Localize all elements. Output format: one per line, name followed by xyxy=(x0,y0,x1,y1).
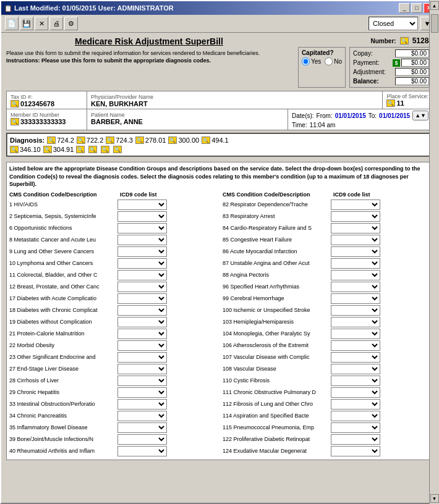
condition-select-right-1[interactable] xyxy=(331,211,380,222)
diag-icon-8: 🔍 xyxy=(76,146,85,153)
condition-select-left-21[interactable] xyxy=(117,446,167,456)
delete-button[interactable]: ✕ xyxy=(35,17,48,30)
condition-select-right-3[interactable] xyxy=(331,235,380,245)
condition-select-left-10[interactable] xyxy=(117,317,167,327)
condition-select-left-4[interactable] xyxy=(117,246,167,257)
condition-label-left-10: 19 Diabetes without Complication xyxy=(9,319,117,325)
member-id-value: 333333333333 xyxy=(20,118,66,125)
time-row: Time: 11:04 am xyxy=(292,122,428,128)
payment-row: Payment: $ $0.00 xyxy=(353,59,429,67)
condition-select-right-0[interactable] xyxy=(331,200,380,210)
condition-select-left-2[interactable] xyxy=(117,223,167,233)
number-icon: 🔍 xyxy=(400,37,409,44)
condition-select-right-15[interactable] xyxy=(331,376,380,386)
new-button[interactable]: 📄 xyxy=(5,17,19,30)
condition-row-left-0: 1 HIV/AIDS xyxy=(9,200,216,210)
condition-select-right-18[interactable] xyxy=(331,411,380,421)
condition-select-right-21[interactable] xyxy=(331,446,380,456)
yes-radio[interactable] xyxy=(302,57,310,65)
diag-icon-6: 🔍 xyxy=(10,146,19,153)
copay-section: Copay: $0.00 Payment: $ $0.00 Adjustment… xyxy=(349,47,433,88)
scrollbar[interactable]: ▲ ▼ xyxy=(429,0,439,504)
condition-select-right-17[interactable] xyxy=(331,399,380,410)
condition-row-right-3: 85 Congestive Heart Failure xyxy=(223,235,430,245)
condition-select-left-20[interactable] xyxy=(117,434,167,445)
condition-select-right-5[interactable] xyxy=(331,258,380,269)
condition-select-left-11[interactable] xyxy=(117,329,167,339)
condition-select-left-17[interactable] xyxy=(117,399,167,410)
main-content: Medicare Risk Adjustment SuperBill Pleas… xyxy=(1,33,438,464)
condition-label-right-8: 99 Cerebral Hemorrhage xyxy=(223,295,331,301)
condition-select-left-16[interactable] xyxy=(117,387,167,398)
condition-select-left-13[interactable] xyxy=(117,352,167,363)
condition-select-left-7[interactable] xyxy=(117,282,167,292)
condition-select-right-16[interactable] xyxy=(331,387,380,398)
condition-label-right-13: 107 Vascular Disease with Complic xyxy=(223,354,331,360)
condition-select-left-6[interactable] xyxy=(117,270,167,280)
form-title: Medicare Risk Adjustment SuperBill xyxy=(6,36,292,46)
balance-value: $0.00 xyxy=(395,77,429,85)
condition-select-left-18[interactable] xyxy=(117,411,167,421)
scroll-down-button[interactable]: ▼ xyxy=(430,494,439,503)
condition-select-left-15[interactable] xyxy=(117,376,167,386)
scroll-thumb[interactable] xyxy=(431,14,438,33)
condition-select-right-2[interactable] xyxy=(331,223,380,233)
title-bar-icon: 📋 xyxy=(4,5,12,12)
condition-select-right-4[interactable] xyxy=(331,246,380,257)
condition-select-right-10[interactable] xyxy=(331,317,380,327)
condition-select-left-9[interactable] xyxy=(117,305,167,316)
diag-icon-7: 🔍 xyxy=(43,146,52,153)
condition-select-left-19[interactable] xyxy=(117,422,167,433)
toolbar-buttons: 📄 💾 ✕ 🖨 ⚙ xyxy=(5,17,78,30)
from-label: From: xyxy=(317,112,333,119)
maximize-button[interactable]: □ xyxy=(411,3,422,13)
condition-label-left-12: 22 Morbid Obesity xyxy=(9,342,117,348)
condition-select-right-19[interactable] xyxy=(331,422,380,433)
condition-select-left-5[interactable] xyxy=(117,258,167,269)
condition-select-right-11[interactable] xyxy=(331,329,380,339)
condition-label-left-6: 11 Colorectal, Bladder, and Other C xyxy=(9,272,117,278)
condition-instructions: Listed below are the appropriate Disease… xyxy=(9,165,430,188)
condition-row-right-7: 96 Specified Heart Arrhythmias xyxy=(223,282,430,292)
condition-row-right-6: 88 Angina Pectoris xyxy=(223,270,430,280)
date-spin-button[interactable]: ▲▼ xyxy=(412,111,428,120)
print-button[interactable]: 🖨 xyxy=(49,17,63,30)
condition-select-right-14[interactable] xyxy=(331,364,380,374)
condition-select-left-12[interactable] xyxy=(117,340,167,351)
condition-row-right-9: 100 Ischemic or Unspecified Stroke xyxy=(223,305,430,316)
condition-select-right-12[interactable] xyxy=(331,340,380,351)
condition-select-left-0[interactable] xyxy=(117,200,167,210)
settings-button[interactable]: ⚙ xyxy=(64,17,78,30)
diagnosis-label: Diagnosis: xyxy=(10,136,45,144)
adjustment-row: Adjustment: $0.00 xyxy=(353,68,429,76)
diag-field-6: 🔍 346.10 xyxy=(10,146,41,153)
condition-select-left-14[interactable] xyxy=(117,364,167,374)
diag-icon-11: 🔍 xyxy=(113,146,122,153)
status-dropdown[interactable]: Closed Open Pending xyxy=(369,17,418,30)
patient-label: Patient Name xyxy=(91,112,125,118)
diag-field-7: 🔍 304.91 xyxy=(43,146,74,153)
time-value: 11:04 am xyxy=(310,122,336,128)
condition-row-left-2: 6 Opportunistic Infections xyxy=(9,223,216,233)
save-button[interactable]: 💾 xyxy=(20,17,33,30)
number-row: Number: 🔍 51284 xyxy=(298,36,433,45)
diag-value-1: 722.2 xyxy=(87,136,104,144)
condition-select-right-20[interactable] xyxy=(331,434,380,445)
condition-select-left-3[interactable] xyxy=(117,235,167,245)
condition-label-right-21: 124 Exudative Macular Degenerat xyxy=(223,448,331,454)
main-window: 📋 Last Modified: 01/05/2015 User: ADMINI… xyxy=(0,0,439,504)
condition-select-left-1[interactable] xyxy=(117,211,167,222)
minimize-button[interactable]: _ xyxy=(399,3,410,13)
condition-select-right-8[interactable] xyxy=(331,293,380,304)
scroll-up-button[interactable]: ▲ xyxy=(430,1,439,10)
condition-select-right-7[interactable] xyxy=(331,282,380,292)
no-radio[interactable] xyxy=(325,57,333,65)
condition-select-right-9[interactable] xyxy=(331,305,380,316)
condition-label-left-9: 18 Diabetes with Chronic Complicat xyxy=(9,307,117,313)
condition-select-right-6[interactable] xyxy=(331,270,380,280)
diag-field-11: 🔍 xyxy=(113,146,123,153)
condition-select-right-13[interactable] xyxy=(331,352,380,363)
condition-select-left-8[interactable] xyxy=(117,293,167,304)
condition-label-left-4: 9 Lung and Other Severe Cancers xyxy=(9,248,117,254)
diag-field-5: 🔍 494.1 xyxy=(202,136,229,144)
